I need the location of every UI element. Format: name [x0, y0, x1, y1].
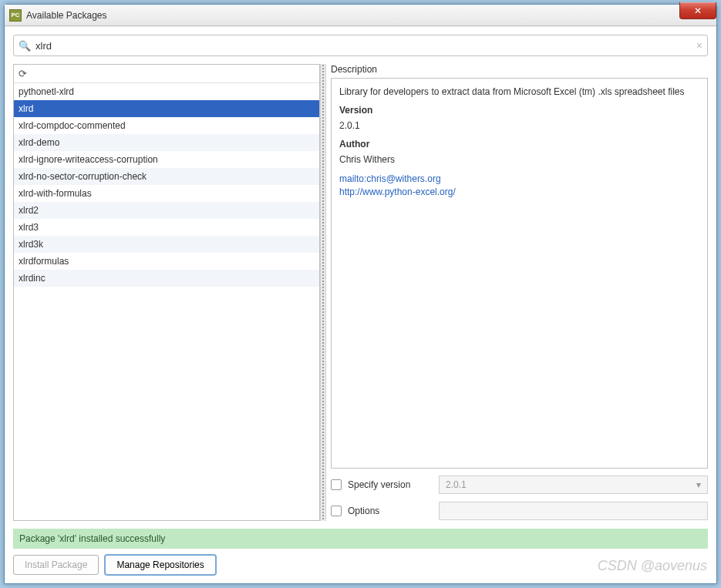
list-item[interactable]: pythonetl-xlrd: [14, 83, 319, 100]
description-box: Library for developers to extract data f…: [331, 78, 708, 469]
description-header: Description: [331, 64, 708, 75]
list-item[interactable]: xlrd2: [14, 202, 319, 219]
description-link[interactable]: http://www.python-excel.org/: [339, 186, 699, 199]
list-item[interactable]: xlrdformulas: [14, 253, 319, 270]
search-icon: 🔍: [19, 40, 31, 52]
install-package-button[interactable]: Install Package: [13, 555, 99, 575]
list-item[interactable]: xlrd: [14, 100, 319, 117]
package-list-panel: ⟳ pythonetl-xlrdxlrdxlrd-compdoc-comment…: [13, 64, 320, 521]
specify-version-row: Specify version 2.0.1 ▾: [331, 475, 708, 495]
options-checkbox[interactable]: [331, 506, 342, 516]
list-item[interactable]: xlrd-no-sector-corruption-check: [14, 168, 319, 185]
options-row: Options: [331, 501, 708, 521]
window-title: Available Packages: [26, 10, 107, 21]
version-select[interactable]: 2.0.1 ▾: [439, 475, 708, 494]
list-item[interactable]: xlrd-compdoc-commented: [14, 117, 319, 134]
version-value: 2.0.1: [339, 120, 699, 131]
author-label: Author: [339, 139, 699, 150]
close-icon: ✕: [694, 5, 702, 16]
dialog-window: PC Available Packages ✕ 🔍 × ⟳ pythonetl-…: [4, 4, 717, 584]
splitter[interactable]: [320, 64, 326, 521]
close-button[interactable]: ✕: [679, 2, 716, 19]
list-item[interactable]: xlrd-demo: [14, 134, 319, 151]
specify-version-label: Specify version: [348, 479, 433, 490]
options-input[interactable]: [439, 502, 708, 520]
chevron-down-icon: ▾: [696, 479, 701, 490]
titlebar[interactable]: PC Available Packages ✕: [5, 5, 716, 26]
specify-version-checkbox[interactable]: [331, 479, 342, 490]
description-panel: Description Library for developers to ex…: [326, 64, 708, 521]
app-icon: PC: [9, 9, 22, 22]
package-list[interactable]: pythonetl-xlrdxlrdxlrd-compdoc-commented…: [14, 83, 319, 520]
version-select-value: 2.0.1: [446, 479, 467, 490]
button-row: Install Package Manage Repositories: [13, 555, 708, 575]
refresh-row: ⟳: [14, 65, 319, 83]
version-label: Version: [339, 105, 699, 116]
description-link[interactable]: mailto:chris@withers.org: [339, 173, 699, 186]
list-item[interactable]: xlrd-ignore-writeaccess-corruption: [14, 151, 319, 168]
main-split: ⟳ pythonetl-xlrdxlrdxlrd-compdoc-comment…: [13, 64, 708, 521]
search-input[interactable]: [35, 40, 696, 52]
list-item[interactable]: xlrdinc: [14, 270, 319, 287]
clear-icon[interactable]: ×: [696, 39, 702, 52]
status-bar: Package 'xlrd' installed successfully: [13, 529, 708, 549]
manage-repositories-button[interactable]: Manage Repositories: [105, 555, 215, 575]
refresh-icon[interactable]: ⟳: [19, 68, 27, 79]
links-block: mailto:chris@withers.orghttp://www.pytho…: [339, 173, 699, 199]
list-item[interactable]: xlrd3k: [14, 236, 319, 253]
list-item[interactable]: xlrd3: [14, 219, 319, 236]
list-item[interactable]: xlrd-with-formulas: [14, 185, 319, 202]
description-summary: Library for developers to extract data f…: [339, 86, 699, 97]
content-area: 🔍 × ⟳ pythonetl-xlrdxlrdxlrd-compdoc-com…: [5, 27, 716, 583]
author-value: Chris Withers: [339, 154, 699, 165]
search-field[interactable]: 🔍 ×: [13, 35, 708, 56]
options-label: Options: [348, 506, 433, 516]
